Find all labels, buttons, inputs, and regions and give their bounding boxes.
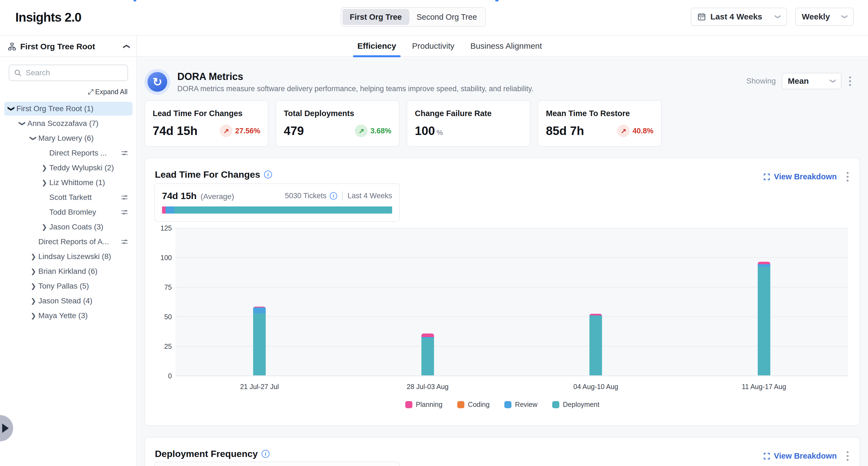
mean-dropdown[interactable]: Mean ❯: [782, 73, 841, 89]
tree-item[interactable]: ❯Lindsay Liszewski (8): [4, 250, 132, 263]
legend-item-planning[interactable]: Planning: [405, 401, 442, 408]
lead-time-summary-card: 74d 15h (Average) 5030 Tickets i Last 4 …: [154, 183, 400, 222]
tab-productivity[interactable]: Productivity: [410, 36, 456, 57]
filter-sliders-icon[interactable]: [120, 238, 129, 246]
chevron-right-icon[interactable]: ❯: [39, 224, 49, 230]
x-tick-label: 28 Jul-03 Aug: [407, 383, 448, 391]
tree-item[interactable]: Todd Bromley: [4, 205, 132, 219]
tree-item[interactable]: Scott Tarkett: [4, 191, 132, 204]
info-icon[interactable]: i: [330, 192, 337, 200]
chevron-right-icon[interactable]: ❯: [28, 298, 38, 304]
dora-header: ↻ DORA Metrics DORA metrics measure soft…: [145, 69, 534, 95]
trend-badge: ↗40.8%: [617, 124, 653, 137]
tree-item[interactable]: Direct Reports of A...: [4, 235, 132, 249]
y-tick-label: 125: [153, 224, 172, 232]
dora-menu-kebab-icon[interactable]: [847, 75, 853, 88]
tree-item[interactable]: ❯Jason Coats (3): [4, 220, 132, 234]
expand-all-button[interactable]: ⤢ Expand All: [88, 88, 127, 96]
legend-item-review[interactable]: Review: [504, 401, 537, 408]
tree-item[interactable]: ❯First Org Tree Root (1): [4, 102, 132, 116]
y-tick-label: 25: [153, 343, 172, 350]
collapse-sidebar-icon[interactable]: ❯: [122, 43, 130, 49]
date-range-dropdown[interactable]: Last 4 Weeks ❯: [691, 8, 787, 26]
main-tabs: Efficiency Productivity Business Alignme…: [356, 36, 544, 57]
tree-item[interactable]: ❯Mary Lowery (6): [4, 132, 132, 145]
expand-all-icon: ⤢: [88, 88, 94, 96]
main-content: ↻ DORA Metrics DORA metrics measure soft…: [137, 58, 868, 466]
filter-sliders-icon[interactable]: [120, 208, 129, 216]
lead-time-kebab-icon[interactable]: [845, 170, 850, 183]
sidebar-header[interactable]: First Org Tree Root ❯: [0, 36, 137, 57]
filter-sliders-icon[interactable]: [120, 193, 129, 202]
metric-label: Lead Time For Changes: [153, 109, 260, 118]
metric-unit: %: [436, 128, 443, 137]
expand-all-label: Expand All: [95, 88, 127, 96]
y-tick-label: 50: [153, 313, 172, 321]
gridline: [176, 228, 848, 228]
chevron-right-icon[interactable]: ❯: [28, 253, 38, 260]
search-input[interactable]: [26, 68, 123, 77]
granularity-dropdown[interactable]: Weekly ❯: [795, 8, 854, 26]
metric-card: Mean Time To Restore85d 7h↗40.8%: [538, 100, 662, 147]
tab-business-alignment[interactable]: Business Alignment: [469, 36, 544, 57]
legend-swatch: [552, 401, 559, 408]
toggle-first-org-tree[interactable]: First Org Tree: [343, 9, 409, 25]
view-breakdown-link[interactable]: View Breakdown: [763, 452, 837, 461]
x-tick-label: 04 Aug-10 Aug: [573, 383, 618, 391]
chevron-down-icon: ❯: [775, 14, 781, 19]
deployment-summary-card: [154, 462, 400, 466]
meta-divider: [342, 192, 343, 201]
tree-item[interactable]: ❯Tony Pallas (5): [4, 279, 132, 293]
tree-item[interactable]: ❯Jason Stead (4): [4, 294, 132, 308]
showing-label: Showing: [746, 77, 776, 85]
phase-segment-deployment: [174, 206, 392, 213]
gridline: [176, 376, 848, 376]
tree-item-label: Jason Coats (3): [49, 223, 132, 231]
metric-value: 479: [284, 124, 304, 138]
tree-item[interactable]: ❯Brian Kirkland (6): [4, 264, 132, 278]
chevron-right-icon[interactable]: ❯: [39, 165, 49, 171]
stacked-bar[interactable]: [589, 314, 602, 375]
tree-item[interactable]: ❯Anna Scozzafava (7): [4, 117, 132, 130]
granularity-value: Weekly: [802, 12, 838, 21]
chevron-right-icon[interactable]: ❯: [28, 268, 38, 274]
tree-item[interactable]: ❯Liz Whittome (1): [4, 176, 132, 190]
phase-distribution-bar: [162, 206, 392, 213]
chevron-right-icon[interactable]: ❯: [39, 179, 49, 186]
sidebar-search[interactable]: [9, 65, 128, 81]
gridline: [176, 317, 848, 317]
tree-item-label: Jason Stead (4): [38, 296, 132, 305]
tree-item-label: Anna Scozzafava (7): [27, 119, 132, 128]
deployment-kebab-icon[interactable]: [845, 449, 850, 462]
chevron-down-icon[interactable]: ❯: [8, 104, 15, 114]
tab-efficiency[interactable]: Efficiency: [356, 36, 398, 57]
legend-item-deployment[interactable]: Deployment: [552, 401, 599, 408]
x-tick-label: 11 Aug-17 Aug: [742, 383, 786, 391]
trend-up-arrow-icon: ↗: [617, 124, 630, 137]
stacked-bar[interactable]: [253, 307, 266, 375]
tree-item[interactable]: Direct Reports ...: [4, 146, 132, 160]
chevron-down-icon[interactable]: ❯: [30, 133, 37, 143]
filter-sliders-icon[interactable]: [120, 149, 129, 157]
view-breakdown-link[interactable]: View Breakdown: [763, 172, 837, 181]
trend-percent: 3.68%: [370, 127, 391, 135]
stacked-bar[interactable]: [422, 333, 434, 375]
top-bar: Insights 2.0 First Org Tree Second Org T…: [0, 0, 868, 36]
chevron-right-icon[interactable]: ❯: [28, 283, 38, 289]
legend-swatch: [405, 401, 412, 408]
toggle-second-org-tree[interactable]: Second Org Tree: [409, 9, 484, 25]
metric-card: Change Failure Rate100%: [407, 100, 531, 147]
chevron-right-icon[interactable]: ❯: [28, 312, 38, 319]
legend-item-coding[interactable]: Coding: [457, 401, 490, 408]
tree-item-label: Scott Tarkett: [49, 193, 120, 202]
tree-item-label: Lindsay Liszewski (8): [38, 252, 132, 261]
trend-percent: 27.56%: [235, 127, 260, 135]
stacked-bar[interactable]: [758, 262, 770, 375]
tree-item[interactable]: ❯Maya Yette (3): [4, 309, 132, 323]
tree-item[interactable]: ❯Teddy Wylupski (2): [4, 161, 132, 175]
cropped-text-artifact: [495, 0, 499, 1]
info-icon[interactable]: i: [264, 171, 272, 178]
gridline: [176, 257, 848, 258]
info-icon[interactable]: i: [261, 450, 270, 458]
chevron-down-icon[interactable]: ❯: [19, 119, 26, 128]
